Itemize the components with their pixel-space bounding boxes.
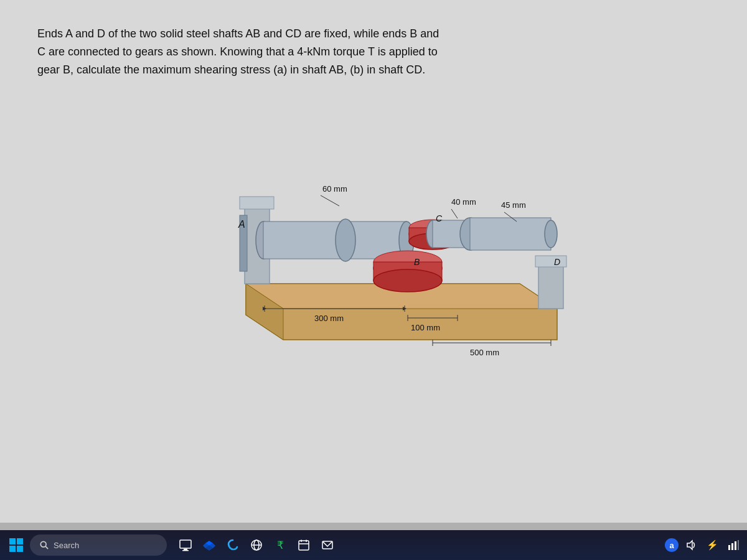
document-content: Ends A and D of the two solid steel shaf… [37,25,710,371]
svg-rect-55 [182,550,189,551]
svg-rect-71 [735,541,736,550]
problem-line2: C are connected to gears as shown. Knowi… [37,45,438,58]
svg-point-13 [374,269,442,292]
problem-line1: Ends A and D of the two solid steel shaf… [37,27,439,40]
svg-point-23 [336,219,355,261]
search-icon [40,541,49,549]
svg-line-31 [451,209,458,218]
mail-icon[interactable] [316,534,339,556]
dropbox-icon[interactable] [198,534,220,556]
svg-marker-68 [687,541,692,549]
svg-rect-6 [535,256,566,267]
svg-rect-70 [731,543,733,550]
svg-rect-4 [240,197,274,209]
svg-rect-48 [17,538,23,544]
svg-text:C: C [436,213,443,223]
svg-rect-50 [17,546,23,552]
calendar-icon[interactable] [293,534,315,556]
svg-text:500 mm: 500 mm [470,348,499,357]
svg-text:A: A [238,219,245,230]
taskbar: Search [0,530,747,560]
svg-text:B: B [414,257,420,267]
svg-point-51 [40,541,46,547]
currency-icon[interactable]: ₹ [269,534,291,556]
taskbar-icons: ₹ [174,534,339,556]
svg-rect-63 [299,541,309,550]
edge-icon[interactable] [222,534,244,556]
windows-icon [9,538,23,552]
svg-text:100 mm: 100 mm [411,323,440,332]
monitor-icon[interactable] [174,534,197,556]
svg-text:45 mm: 45 mm [501,200,526,210]
svg-rect-21 [470,218,551,250]
diagram-container: A B C D 60 mm 40 mm 45 mm 300 mm [37,97,710,371]
problem-text: Ends A and D of the two solid steel shaf… [37,25,710,78]
volume-icon[interactable] [682,536,700,554]
globe-icon[interactable] [245,534,268,556]
network-icon[interactable] [725,536,742,554]
svg-line-52 [45,546,48,549]
svg-text:300 mm: 300 mm [314,314,344,323]
svg-text:D: D [554,257,560,267]
svg-text:40 mm: 40 mm [451,197,476,207]
battery-icon[interactable]: ⚡ [703,536,721,554]
svg-rect-53 [180,540,191,548]
problem-line3: gear B, calculate the maximum shearing s… [37,63,425,76]
svg-line-29 [321,195,339,206]
svg-point-22 [545,220,557,248]
svg-rect-47 [9,538,16,544]
svg-text:60 mm: 60 mm [322,184,347,194]
badge-a: a [665,538,679,552]
svg-rect-8 [263,222,406,259]
svg-rect-49 [9,546,16,552]
search-bar[interactable]: Search [30,534,167,556]
system-tray: a ⚡ [665,536,742,554]
search-label: Search [54,541,79,550]
svg-rect-54 [184,549,187,550]
svg-rect-72 [738,540,739,550]
start-button[interactable] [5,534,27,556]
document-area: Ends A and D of the two solid steel shaf… [0,0,747,523]
diagram-svg: A B C D 60 mm 40 mm 45 mm 300 mm [171,97,576,371]
svg-rect-69 [728,545,730,550]
